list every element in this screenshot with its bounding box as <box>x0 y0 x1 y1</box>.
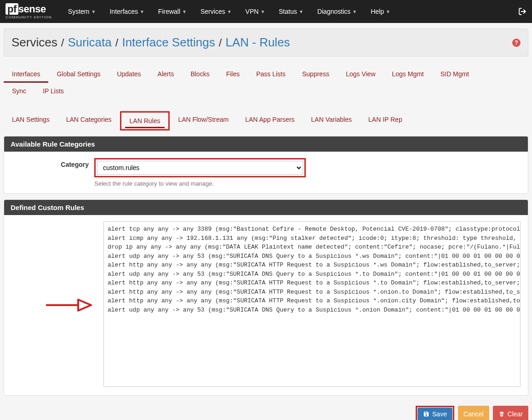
main-tabs: Interfaces Global Settings Updates Alert… <box>0 62 532 83</box>
panel-rule-categories-title: Available Rule Categories <box>4 136 528 152</box>
tab-sid-mgmt[interactable]: SID Mgmt <box>432 66 477 82</box>
nav-menu: System▼ Interfaces▼ Firewall▼ Services▼ … <box>61 0 518 23</box>
footer-buttons: Save Cancel Clear <box>0 401 532 420</box>
save-button-label: Save <box>432 410 447 418</box>
breadcrumb-sep: / <box>115 36 119 49</box>
panel-rule-categories: Available Rule Categories Category custo… <box>4 136 528 194</box>
tab-ip-lists[interactable]: IP Lists <box>34 83 72 99</box>
save-button[interactable]: Save <box>418 408 452 420</box>
nav-diagnostics[interactable]: Diagnostics▼ <box>310 0 364 23</box>
panel-custom-rules-title: Defined Custom Rules <box>4 200 528 215</box>
nav-vpn[interactable]: VPN▼ <box>239 0 272 23</box>
custom-rules-textarea[interactable] <box>103 221 521 387</box>
nav-help[interactable]: Help▼ <box>364 0 397 23</box>
save-button-highlight: Save <box>416 406 454 420</box>
category-select[interactable]: custom.rules <box>97 161 303 175</box>
category-select-highlight: custom.rules <box>94 158 306 177</box>
help-icon[interactable]: ? <box>512 39 521 47</box>
subtab-lan-variables[interactable]: LAN Variables <box>303 111 360 131</box>
sub-tabs: LAN Settings LAN Categories LAN Rules LA… <box>4 111 528 131</box>
save-icon <box>423 411 429 417</box>
tab-interfaces[interactable]: Interfaces <box>4 66 48 82</box>
trash-icon <box>498 411 505 417</box>
subtab-lan-rules[interactable]: LAN Rules <box>120 111 170 131</box>
tab-suppress[interactable]: Suppress <box>294 66 338 82</box>
logo[interactable]: pfsense COMMUNITY EDITION <box>6 4 52 19</box>
tab-logs-view[interactable]: Logs View <box>338 66 383 82</box>
logo-subtitle: COMMUNITY EDITION <box>6 15 52 19</box>
panel-custom-rules: Defined Custom Rules <box>4 199 528 396</box>
main-tabs-row2: Sync IP Lists <box>0 83 532 100</box>
subtab-lan-app-parsers[interactable]: LAN App Parsers <box>237 111 303 131</box>
category-label: Category <box>11 158 94 168</box>
tab-blocks[interactable]: Blocks <box>182 66 217 82</box>
tab-global-settings[interactable]: Global Settings <box>48 66 109 82</box>
category-hint: Select the rule category to view and man… <box>94 180 306 187</box>
navbar: pfsense COMMUNITY EDITION System▼ Interf… <box>0 0 532 23</box>
tab-files[interactable]: Files <box>218 66 248 82</box>
breadcrumb-interface-settings[interactable]: Interface Settings <box>122 35 215 50</box>
subtab-lan-categories[interactable]: LAN Categories <box>58 111 120 131</box>
logo-pf: pf <box>6 3 18 15</box>
tab-pass-lists[interactable]: Pass Lists <box>248 66 294 82</box>
nav-interfaces[interactable]: Interfaces▼ <box>103 0 151 23</box>
breadcrumb: Services / Suricata / Interface Settings… <box>4 28 528 57</box>
clear-button[interactable]: Clear <box>493 406 528 420</box>
tab-logs-mgmt[interactable]: Logs Mgmt <box>384 66 432 82</box>
tab-sync[interactable]: Sync <box>4 83 34 99</box>
breadcrumb-root: Services <box>11 35 57 50</box>
nav-services[interactable]: Services▼ <box>194 0 239 23</box>
cancel-button-label: Cancel <box>463 410 484 418</box>
breadcrumb-sep: / <box>219 36 222 49</box>
logo-sense: sense <box>18 3 46 15</box>
breadcrumb-suricata[interactable]: Suricata <box>68 35 111 50</box>
logout-icon[interactable] <box>518 7 526 16</box>
breadcrumb-lan-rules[interactable]: LAN - Rules <box>225 35 290 50</box>
nav-status[interactable]: Status▼ <box>272 0 310 23</box>
subtab-lan-settings[interactable]: LAN Settings <box>4 111 58 131</box>
cancel-button[interactable]: Cancel <box>458 406 489 420</box>
nav-firewall[interactable]: Firewall▼ <box>151 0 194 23</box>
breadcrumb-sep: / <box>61 36 64 49</box>
subtab-lan-ip-rep[interactable]: LAN IP Rep <box>360 111 411 131</box>
logo-main: pfsense <box>6 4 46 14</box>
clear-button-label: Clear <box>508 410 523 418</box>
tab-alerts[interactable]: Alerts <box>149 66 183 82</box>
nav-system[interactable]: System▼ <box>61 0 103 23</box>
tab-updates[interactable]: Updates <box>109 66 149 82</box>
subtab-lan-flow-stream[interactable]: LAN Flow/Stream <box>170 111 237 131</box>
